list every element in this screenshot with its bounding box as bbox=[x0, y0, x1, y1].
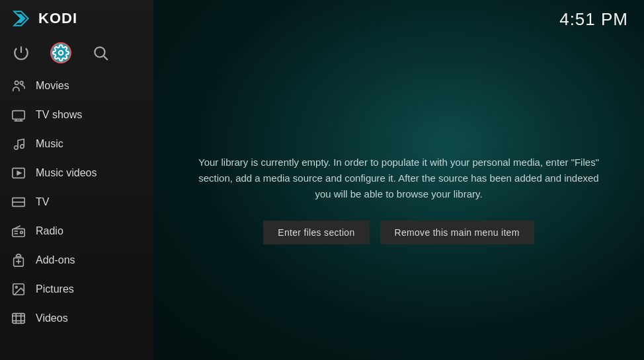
settings-button[interactable] bbox=[50, 42, 71, 63]
svg-rect-26 bbox=[13, 314, 24, 324]
tv-icon bbox=[11, 194, 26, 210]
sidebar-item-addons[interactable]: Add-ons bbox=[0, 246, 153, 275]
sidebar-item-videos[interactable]: Videos bbox=[0, 304, 153, 333]
content-area: Your library is currently empty. In orde… bbox=[153, 39, 644, 360]
sidebar-nav: Movies TV shows Music bbox=[0, 71, 153, 360]
sidebar-item-tvshows[interactable]: TV shows bbox=[0, 100, 153, 129]
svg-rect-7 bbox=[13, 111, 24, 120]
power-button[interactable] bbox=[11, 42, 32, 63]
top-bar: 4:51 PM bbox=[153, 0, 644, 39]
kodi-logo-icon bbox=[11, 8, 32, 29]
power-icon bbox=[13, 44, 30, 61]
main-content: 4:51 PM Your library is currently empty.… bbox=[153, 0, 644, 360]
svg-point-11 bbox=[15, 146, 18, 150]
radio-label: Radio bbox=[36, 225, 63, 237]
addons-icon bbox=[11, 252, 26, 268]
svg-point-12 bbox=[20, 145, 24, 149]
sidebar-item-movies[interactable]: Movies bbox=[0, 71, 153, 100]
search-icon bbox=[92, 44, 109, 61]
music-label: Music bbox=[36, 138, 63, 150]
sidebar-item-musicvideos[interactable]: Music videos bbox=[0, 159, 153, 188]
svg-point-2 bbox=[59, 51, 63, 55]
search-button[interactable] bbox=[90, 42, 111, 63]
svg-line-4 bbox=[104, 56, 108, 60]
tvshows-label: TV shows bbox=[36, 109, 82, 121]
enter-files-button[interactable]: Enter files section bbox=[263, 221, 369, 244]
settings-icon bbox=[52, 44, 69, 61]
musicvideos-label: Music videos bbox=[36, 167, 97, 179]
musicvideos-icon bbox=[11, 165, 26, 181]
tvshows-icon bbox=[11, 107, 26, 123]
svg-point-25 bbox=[15, 286, 17, 288]
svg-point-6 bbox=[20, 81, 23, 85]
library-empty-message: Your library is currently empty. In orde… bbox=[193, 155, 604, 202]
app-title: KODI bbox=[38, 10, 77, 27]
music-icon bbox=[11, 136, 26, 152]
clock-display: 4:51 PM bbox=[559, 9, 628, 30]
pictures-icon bbox=[11, 281, 26, 297]
pictures-label: Pictures bbox=[36, 283, 74, 295]
movies-label: Movies bbox=[36, 80, 69, 92]
sidebar-item-radio[interactable]: Radio bbox=[0, 217, 153, 246]
videos-label: Videos bbox=[36, 312, 68, 324]
remove-menu-item-button[interactable]: Remove this main menu item bbox=[380, 221, 534, 244]
addons-label: Add-ons bbox=[36, 254, 75, 266]
svg-marker-14 bbox=[17, 171, 21, 175]
action-buttons: Enter files section Remove this main men… bbox=[263, 221, 534, 244]
svg-point-18 bbox=[20, 231, 23, 234]
sidebar-item-pictures[interactable]: Pictures bbox=[0, 275, 153, 304]
movies-icon bbox=[11, 78, 26, 94]
radio-icon bbox=[11, 223, 26, 239]
sidebar-header: KODI bbox=[0, 0, 153, 37]
videos-icon bbox=[11, 310, 26, 326]
svg-point-5 bbox=[15, 81, 19, 85]
tv-label: TV bbox=[36, 196, 49, 208]
sidebar-item-tv[interactable]: TV bbox=[0, 188, 153, 217]
sidebar-item-music[interactable]: Music bbox=[0, 129, 153, 159]
top-icon-row bbox=[0, 37, 153, 71]
svg-point-3 bbox=[95, 47, 104, 57]
sidebar: KODI bbox=[0, 0, 153, 360]
